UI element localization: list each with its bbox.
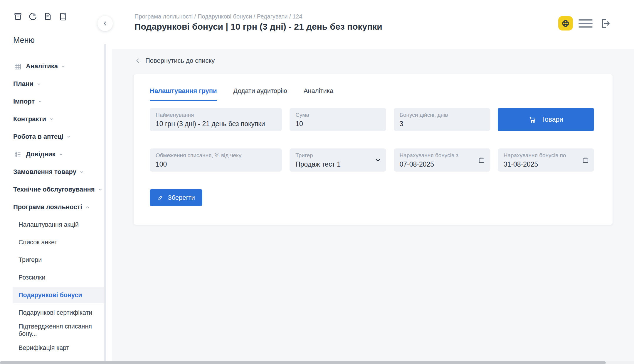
app-shortcut-icons xyxy=(13,11,68,22)
sidebar-subitem-triggers[interactable]: Тригери xyxy=(0,251,112,269)
accrual-to-datepicker[interactable]: Нарахування бонусів по 31-08-2025 xyxy=(498,148,594,172)
sidebar-item-label: Плани xyxy=(13,80,33,88)
sidebar-item-label: Технічне обслуговування xyxy=(13,186,95,193)
sidebar-subitem-questionnaires[interactable]: Список анкет xyxy=(0,233,112,251)
products-button[interactable]: Товари xyxy=(498,108,594,131)
sidebar-item-label: Аналітика xyxy=(26,62,58,70)
chevron-left-icon xyxy=(102,21,108,26)
chevron-down-icon xyxy=(98,187,102,192)
sidebar-item-label: Імпорт xyxy=(13,98,35,105)
sidebar-collapse-button[interactable] xyxy=(97,16,113,31)
sidebar-item-label: Замовлення товару xyxy=(13,168,76,176)
pie-chart-icon[interactable] xyxy=(28,11,38,22)
writeoff-limit-field[interactable]: Обмеження списання, % від чеку 100 xyxy=(150,148,282,172)
tabs: Налаштування групи Додати аудиторію Анал… xyxy=(150,87,594,101)
sidebar-item-pharmacy-work[interactable]: Робота в аптеці xyxy=(0,128,112,145)
app-screen: Меню Аналітика Плани Імп xyxy=(0,0,634,364)
field-value: 10 xyxy=(295,120,369,128)
document-icon[interactable] xyxy=(43,11,53,22)
field-value: 100 xyxy=(156,160,265,168)
subitem-label: Розсилки xyxy=(19,274,45,281)
sidebar-nav: Аналітика Плани Імпорт Контракти xyxy=(0,57,112,357)
subitem-label: Підтвердження списання бону... xyxy=(19,323,112,338)
page-header: Програма лояльності / Подарункові бонуси… xyxy=(112,0,634,49)
pencil-icon xyxy=(157,194,164,201)
sum-field[interactable]: Сума 10 xyxy=(290,108,386,131)
list-icon xyxy=(13,150,22,159)
main-area: Програма лояльності / Подарункові бонуси… xyxy=(112,0,634,364)
sidebar-item-label: Робота в аптеці xyxy=(13,133,63,140)
menu-title: Меню xyxy=(13,36,35,45)
subitem-label: Тригери xyxy=(19,256,42,264)
chevron-down-icon xyxy=(61,64,65,69)
breadcrumb[interactable]: Програма лояльності / Подарункові бонуси… xyxy=(134,13,302,20)
field-value: 31-08-2025 xyxy=(504,160,577,168)
globe-icon xyxy=(561,19,570,28)
sidebar: Меню Аналітика Плани Імп xyxy=(0,0,112,364)
sidebar-item-contracts[interactable]: Контракти xyxy=(0,110,112,128)
sidebar-subitem-mailings[interactable]: Розсилки xyxy=(0,269,112,286)
book-icon[interactable] xyxy=(58,11,68,22)
horizontal-scrollbar-track xyxy=(0,361,634,364)
archive-box-icon[interactable] xyxy=(13,11,23,22)
sidebar-item-analytics[interactable]: Аналітика xyxy=(0,57,112,75)
logout-button[interactable] xyxy=(598,17,612,30)
group-settings-card: Налаштування групи Додати аудиторію Анал… xyxy=(133,74,613,225)
sidebar-item-plans[interactable]: Плани xyxy=(0,75,112,93)
grid-icon xyxy=(13,62,22,71)
field-label: Обмеження списання, % від чеку xyxy=(156,152,265,159)
chevron-left-icon xyxy=(134,57,141,64)
chevron-down-icon xyxy=(49,117,54,121)
sidebar-subitem-gift-bonuses[interactable]: Подарункові бонуси xyxy=(13,287,105,303)
page-title: Подарункові бонуси | 10 грн (3 дні) - 21… xyxy=(134,22,382,32)
chevron-down-icon xyxy=(374,157,381,164)
sidebar-item-label: Контракти xyxy=(13,115,46,123)
calendar-icon[interactable] xyxy=(582,156,589,164)
field-label: Найменування xyxy=(156,112,265,118)
hamburger-icon xyxy=(578,19,593,21)
sidebar-item-directory[interactable]: Довідник xyxy=(0,145,112,163)
hamburger-menu-button[interactable] xyxy=(578,18,593,29)
form-fields: Найменування 10 грн (3 дні) - 21 день бе… xyxy=(150,108,594,172)
sidebar-item-goods-order[interactable]: Замовлення товару xyxy=(0,163,112,181)
save-button[interactable]: Зберегти xyxy=(150,189,202,206)
subitem-label: Подарункові сертифікати xyxy=(19,309,92,316)
sidebar-item-loyalty-program[interactable]: Програма лояльності xyxy=(0,198,112,216)
sidebar-subitem-promo-settings[interactable]: Налаштування акцій xyxy=(0,216,112,233)
chevron-down-icon xyxy=(80,170,84,174)
sidebar-subitem-writeoff-confirmation[interactable]: Підтвердження списання бону... xyxy=(0,321,112,339)
subitem-label: Подарункові бонуси xyxy=(19,292,82,299)
save-button-label: Зберегти xyxy=(168,194,195,202)
trigger-select[interactable]: Тригер Продаж тест 1 xyxy=(290,148,386,172)
field-label: Нарахування бонусів з xyxy=(400,152,473,159)
sidebar-subitem-card-verification[interactable]: Верифікація карт xyxy=(0,339,112,357)
accrual-from-datepicker[interactable]: Нарахування бонусів з 07-08-2025 xyxy=(394,148,490,172)
cart-icon xyxy=(529,116,537,124)
field-value: 10 грн (3 дні) - 21 день без покупки xyxy=(156,120,265,128)
loyalty-submenu: Налаштування акцій Список анкет Тригери … xyxy=(0,216,112,357)
calendar-icon[interactable] xyxy=(478,156,485,164)
chevron-down-icon xyxy=(37,82,41,86)
chevron-down-icon xyxy=(59,152,63,157)
content-area: Повернутись до списку Налаштування групи… xyxy=(112,49,634,361)
language-button[interactable] xyxy=(558,16,573,31)
sidebar-item-maintenance[interactable]: Технічне обслуговування xyxy=(0,181,112,198)
tab-analytics[interactable]: Аналітика xyxy=(304,87,334,101)
field-label: Тригер xyxy=(295,152,369,159)
field-value: 3 xyxy=(400,120,473,128)
bonus-valid-days-field[interactable]: Бонуси дійсні, днів 3 xyxy=(394,108,490,131)
chevron-down-icon xyxy=(67,135,71,139)
logout-icon xyxy=(599,17,611,30)
name-field[interactable]: Найменування 10 грн (3 дні) - 21 день бе… xyxy=(150,108,282,131)
sidebar-scrollbar[interactable] xyxy=(104,44,106,364)
field-label: Нарахування бонусів по xyxy=(504,152,577,159)
field-value: Продаж тест 1 xyxy=(295,160,369,168)
sidebar-subitem-gift-certificates[interactable]: Подарункові сертифікати xyxy=(0,304,112,321)
sidebar-item-import[interactable]: Імпорт xyxy=(0,93,112,110)
tab-group-settings[interactable]: Налаштування групи xyxy=(150,87,217,101)
back-to-list-link[interactable]: Повернутись до списку xyxy=(134,56,215,66)
products-button-label: Товари xyxy=(541,116,563,123)
tab-add-audience[interactable]: Додати аудиторію xyxy=(233,87,287,101)
horizontal-scrollbar-thumb[interactable] xyxy=(0,361,606,364)
subitem-label: Верифікація карт xyxy=(19,344,69,352)
